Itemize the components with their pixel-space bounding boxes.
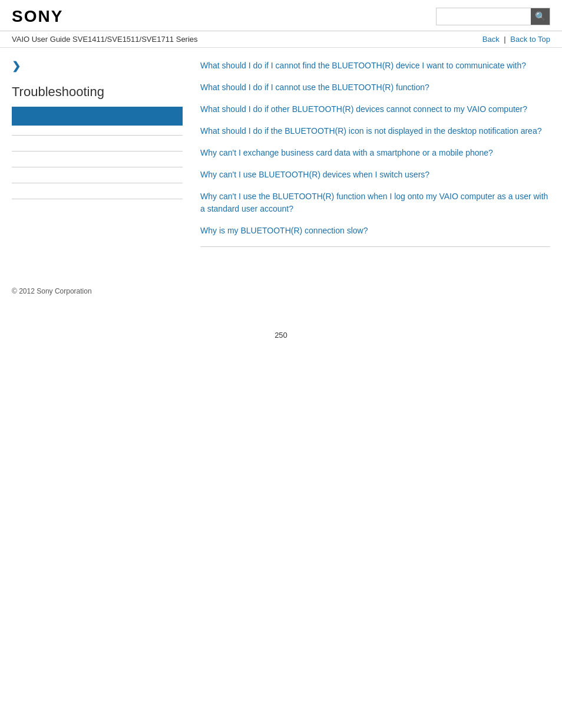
content-area: What should I do if I cannot find the BL… [194,60,550,265]
faq-link[interactable]: Why can't I exchange business card data … [200,147,550,159]
faq-link[interactable]: What should I do if the BLUETOOTH(R) ico… [200,125,550,137]
faq-link[interactable]: Why is my BLUETOOTH(R) connection slow? [200,225,550,237]
sidebar-highlight-bar [12,107,183,126]
back-to-top-link[interactable]: Back to Top [510,35,550,44]
sidebar-line [12,199,183,199]
navbar: VAIO User Guide SVE1411/SVE1511/SVE1711 … [0,31,562,48]
search-container: 🔍 [436,8,550,25]
copyright: © 2012 Sony Corporation [12,287,92,295]
faq-link[interactable]: What should I do if I cannot use the BLU… [200,81,550,94]
guide-title: VAIO User Guide SVE1411/SVE1511/SVE1711 … [12,35,198,44]
faq-link[interactable]: Why can't I use the BLUETOOTH(R) functio… [200,190,550,215]
sidebar-line [12,135,183,136]
content-divider [200,246,550,247]
faq-link[interactable]: Why can't I use BLUETOOTH(R) devices whe… [200,169,550,181]
footer: © 2012 Sony Corporation [0,276,562,307]
breadcrumb-arrow: ❯ [12,60,183,73]
back-link[interactable]: Back [482,35,500,44]
faq-link[interactable]: What should I do if I cannot find the BL… [200,60,550,72]
sidebar: ❯ Troubleshooting [12,60,194,265]
main-content: ❯ Troubleshooting What should I do if I … [0,48,562,276]
faq-links-container: What should I do if I cannot find the BL… [200,60,550,237]
search-button[interactable]: 🔍 [531,8,550,25]
search-input[interactable] [437,8,531,25]
sidebar-line [12,151,183,151]
sidebar-line [12,167,183,167]
sidebar-title: Troubleshooting [12,84,183,100]
sidebar-line [12,183,183,183]
header: SONY 🔍 [0,0,562,31]
nav-links: Back | Back to Top [482,35,550,44]
sidebar-lines [12,135,183,199]
search-icon: 🔍 [535,11,546,22]
page-number: 250 [0,331,562,351]
sony-logo: SONY [12,7,63,26]
faq-link[interactable]: What should I do if other BLUETOOTH(R) d… [200,103,550,116]
nav-separator: | [504,35,505,44]
